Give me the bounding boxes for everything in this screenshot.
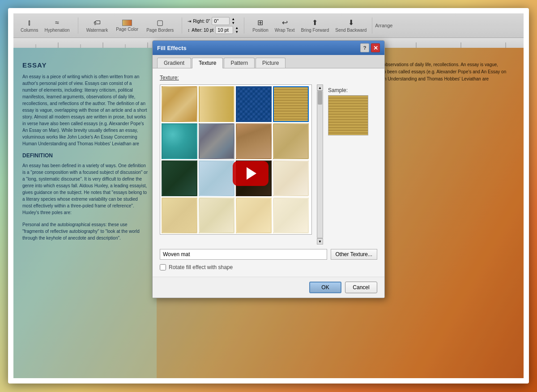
texture-scrollbar: ▲ ▼ bbox=[316, 84, 324, 244]
cancel-button[interactable]: Cancel bbox=[345, 282, 377, 293]
dialog-help-button[interactable]: ? bbox=[360, 43, 369, 52]
ok-button[interactable]: OK bbox=[309, 282, 341, 293]
scrollbar-up-arrow[interactable]: ▲ bbox=[317, 84, 323, 91]
texture-cell-14[interactable] bbox=[236, 198, 272, 233]
texture-grid bbox=[160, 84, 312, 235]
dialog-body: Texture: bbox=[153, 68, 384, 277]
youtube-play-icon bbox=[247, 167, 256, 180]
texture-cell-9[interactable] bbox=[199, 160, 234, 196]
texture-section-label: Texture: bbox=[160, 75, 377, 81]
polaroid-frame: ⫿ Columns ≈ Hyphenation 🏷 Watermark Page… bbox=[8, 8, 529, 384]
texture-cell-5[interactable] bbox=[199, 123, 234, 159]
fill-effects-dialog: Fill Effects ? ✕ Gradient Texture Patter… bbox=[152, 40, 385, 298]
rotate-fill-checkbox[interactable] bbox=[160, 264, 166, 270]
texture-cell-7[interactable] bbox=[273, 123, 309, 159]
texture-cell-0[interactable] bbox=[162, 86, 197, 122]
scrollbar-thumb[interactable] bbox=[318, 91, 322, 105]
sample-box bbox=[328, 95, 368, 135]
scrollbar-down-arrow[interactable]: ▼ bbox=[317, 238, 323, 244]
tab-pattern[interactable]: Pattern bbox=[224, 58, 255, 68]
texture-name-input[interactable] bbox=[160, 249, 327, 260]
dialog-overlay: Fill Effects ? ✕ Gradient Texture Patter… bbox=[13, 13, 524, 378]
texture-cell-1[interactable] bbox=[199, 86, 234, 122]
dialog-footer: OK Cancel bbox=[153, 277, 384, 298]
dialog-controls: ? ✕ bbox=[360, 43, 380, 52]
dialog-titlebar: Fill Effects ? ✕ bbox=[153, 41, 384, 55]
other-texture-button[interactable]: Other Texture... bbox=[331, 249, 377, 260]
texture-cell-6[interactable] bbox=[236, 123, 272, 159]
dialog-title-text: Fill Effects bbox=[157, 45, 187, 51]
sample-area: Sample: bbox=[328, 87, 368, 244]
rotate-fill-label: Rotate fill effect with shape bbox=[169, 264, 233, 270]
dialog-close-button[interactable]: ✕ bbox=[371, 43, 380, 52]
texture-cell-2[interactable] bbox=[236, 86, 272, 122]
texture-cell-12[interactable] bbox=[162, 198, 197, 233]
tab-gradient[interactable]: Gradient bbox=[157, 58, 191, 68]
texture-cell-15[interactable] bbox=[273, 198, 309, 233]
tab-texture[interactable]: Texture bbox=[192, 58, 223, 68]
texture-cell-8[interactable] bbox=[162, 160, 197, 196]
dialog-tabs: Gradient Texture Pattern Picture bbox=[153, 55, 384, 68]
youtube-play-overlay[interactable] bbox=[233, 161, 268, 186]
texture-cell-11[interactable] bbox=[273, 160, 309, 196]
sample-label: Sample: bbox=[328, 87, 368, 93]
dialog-title-left: Fill Effects bbox=[157, 45, 187, 51]
rotate-checkbox-row: Rotate fill effect with shape bbox=[160, 264, 377, 270]
texture-cell-3[interactable] bbox=[273, 86, 309, 122]
texture-grid-container: ▲ ▼ Sample: bbox=[160, 84, 377, 244]
texture-cell-4[interactable] bbox=[162, 123, 197, 159]
texture-cell-13[interactable] bbox=[199, 198, 234, 233]
scrollbar-track[interactable] bbox=[317, 91, 323, 238]
texture-name-row: Other Texture... bbox=[160, 249, 377, 260]
tab-picture[interactable]: Picture bbox=[256, 58, 286, 68]
